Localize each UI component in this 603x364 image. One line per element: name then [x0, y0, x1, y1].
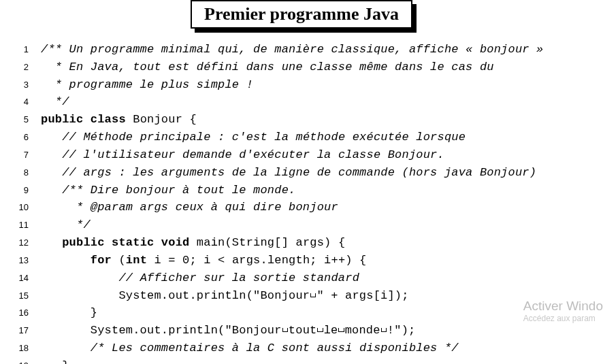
comment-text: // Afficher sur la sortie standard	[118, 271, 359, 284]
code-text: main(String[] args) {	[189, 236, 345, 249]
code-content: * En Java, tout est défini dans une clas…	[41, 59, 494, 76]
code-text	[41, 131, 62, 144]
code-content: public class Bonjour {	[41, 111, 197, 129]
code-content: }	[41, 304, 97, 322]
code-text	[41, 254, 91, 267]
code-text	[41, 166, 62, 179]
line-number: 14	[7, 271, 29, 285]
code-text: (	[112, 254, 126, 267]
keyword-text: int	[126, 254, 147, 267]
line-number: 18	[7, 342, 29, 355]
code-line: 2 * En Java, tout est défini dans une cl…	[7, 59, 603, 76]
code-content: }	[41, 357, 69, 364]
comment-text: /** Dire bonjour à tout le monde.	[62, 184, 295, 197]
code-line: 1/** Un programme minimal qui, de manièr…	[7, 41, 603, 59]
code-line: 14 // Afficher sur la sortie standard	[7, 269, 603, 287]
comment-text: */	[41, 95, 69, 108]
code-text: }	[41, 359, 69, 364]
line-number: 2	[7, 61, 29, 74]
line-number: 5	[7, 113, 29, 127]
code-line: 3 * programme le plus simple !	[7, 76, 603, 94]
line-number: 19	[7, 359, 29, 364]
code-line: 15 System.out.println("Bonjour" + args[i…	[7, 287, 603, 305]
line-number: 10	[7, 201, 29, 214]
code-line: 11 */	[7, 216, 603, 234]
line-number: 13	[7, 254, 29, 267]
code-line: 19 }	[7, 357, 603, 364]
keyword-text: public static void	[62, 236, 189, 249]
code-content: public static void main(String[] args) {	[41, 234, 345, 252]
comment-text: * programme le plus simple !	[41, 78, 253, 91]
code-line: 7 // l'utilisateur demande d'exécuter la…	[7, 146, 603, 164]
code-content: /** Un programme minimal qui, de manière…	[41, 41, 544, 59]
code-content: // Méthode principale : c'est la méthode…	[41, 129, 466, 146]
comment-text: // Méthode principale : c'est la méthode…	[62, 131, 466, 144]
code-text: }	[41, 306, 97, 319]
line-number: 17	[7, 324, 29, 337]
code-line: 10 * @param args ceux à qui dire bonjour	[7, 199, 603, 216]
code-text	[41, 236, 62, 249]
code-text	[41, 271, 118, 284]
comment-text: // l'utilisateur demande d'exécuter la c…	[62, 148, 444, 161]
code-line: 17 System.out.println("Bonjourtoutlemond…	[7, 322, 603, 340]
keyword-text: public class	[41, 113, 126, 126]
line-number: 7	[7, 148, 29, 162]
code-line: 12 public static void main(String[] args…	[7, 234, 603, 252]
line-number: 11	[7, 218, 29, 232]
code-line: 5public class Bonjour {	[7, 111, 603, 129]
line-number: 16	[7, 306, 29, 320]
code-text	[41, 342, 91, 354]
code-line: 4 */	[7, 93, 603, 111]
code-content: * @param args ceux à qui dire bonjour	[41, 199, 338, 216]
line-number: 4	[7, 95, 29, 109]
code-text: Bonjour {	[126, 113, 197, 126]
code-line: 9 /** Dire bonjour à tout le monde.	[7, 182, 603, 199]
page-title: Premier programme Java	[191, 0, 412, 29]
code-content: for (int i = 0; i < args.length; i++) {	[41, 252, 367, 269]
code-listing: 1/** Un programme minimal qui, de manièr…	[0, 41, 603, 364]
code-text: System.out.println("Bonjour	[41, 289, 310, 302]
code-line: 16 }	[7, 304, 603, 322]
comment-text: * En Java, tout est défini dans une clas…	[41, 61, 494, 73]
code-text: monde	[345, 324, 380, 337]
code-line: 18 /* Les commentaires à la C sont aussi…	[7, 340, 603, 357]
code-text: tout	[289, 324, 317, 337]
code-content: // Afficher sur la sortie standard	[41, 269, 359, 287]
code-content: System.out.println("Bonjour" + args[i]);	[41, 287, 409, 305]
line-number: 9	[7, 184, 29, 197]
code-line: 13 for (int i = 0; i < args.length; i++)…	[7, 252, 603, 269]
comment-text: /** Un programme minimal qui, de manière…	[41, 43, 544, 56]
code-line: 8 // args : les arguments de la ligne de…	[7, 164, 603, 182]
code-text: le	[324, 324, 338, 337]
code-text: !");	[387, 324, 416, 337]
code-content: */	[41, 216, 91, 234]
line-number: 6	[7, 131, 29, 144]
comment-text: /* Les commentaires à la C sont aussi di…	[91, 342, 459, 354]
code-text	[41, 184, 62, 197]
code-content: */	[41, 93, 69, 111]
line-number: 1	[7, 43, 29, 56]
code-line: 6 // Méthode principale : c'est la métho…	[7, 129, 603, 146]
code-content: * programme le plus simple !	[41, 76, 253, 94]
code-content: System.out.println("Bonjourtoutlemonde!"…	[41, 322, 415, 340]
code-text: i = 0; i < args.length; i++) {	[147, 254, 366, 267]
comment-text: */	[41, 218, 91, 231]
code-content: /** Dire bonjour à tout le monde.	[41, 182, 295, 199]
code-text: " + args[i]);	[316, 289, 408, 302]
code-text: System.out.println("Bonjour	[41, 324, 282, 337]
code-content: // l'utilisateur demande d'exécuter la c…	[41, 146, 444, 164]
comment-text: * @param args ceux à qui dire bonjour	[41, 201, 338, 214]
line-number: 15	[7, 289, 29, 303]
title-box: Premier programme Java	[191, 0, 412, 29]
line-number: 12	[7, 236, 29, 250]
line-number: 3	[7, 78, 29, 92]
keyword-text: for	[91, 254, 112, 267]
comment-text: // args : les arguments de la ligne de c…	[62, 166, 536, 179]
code-content: /* Les commentaires à la C sont aussi di…	[41, 340, 459, 357]
line-number: 8	[7, 166, 29, 180]
code-content: // args : les arguments de la ligne de c…	[41, 164, 536, 182]
code-text	[41, 148, 62, 161]
